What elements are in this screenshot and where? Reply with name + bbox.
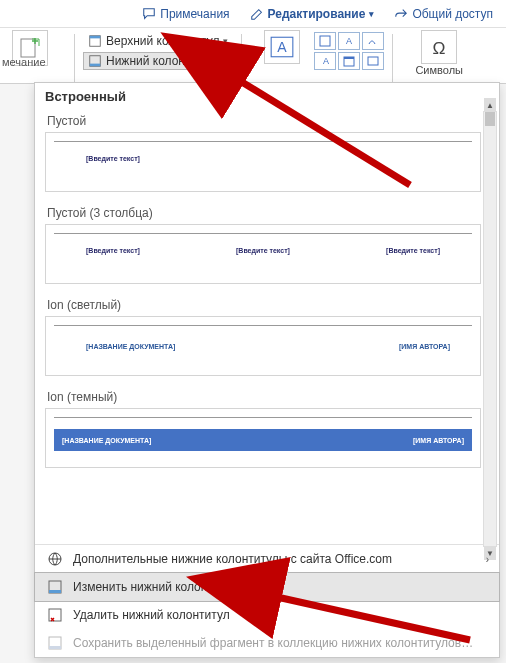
textbox-a-icon: A <box>269 34 295 60</box>
gallery-section-title: Встроенный <box>35 83 499 108</box>
preset-ion-light[interactable]: [НАЗВАНИЕ ДОКУМЕНТА] [ИМЯ АВТОРА] <box>45 316 481 376</box>
svg-rect-19 <box>49 646 61 649</box>
title-buttons-row: Примечания Редактирование ▾ Общий доступ <box>0 0 506 28</box>
header-footer-group: Верхний колонтитул ▾ Нижний колонтитул ▾ <box>83 32 233 70</box>
svg-rect-7 <box>320 36 330 46</box>
scroll-up-button[interactable]: ▲ <box>484 98 496 112</box>
grid-cell-6[interactable] <box>362 52 384 70</box>
comments-label: Примечания <box>160 7 229 21</box>
divider-line <box>54 141 472 142</box>
preset-title: Ion (темный) <box>47 390 481 404</box>
menu-label: Сохранить выделенный фрагмент в коллекци… <box>73 636 473 650</box>
preset-empty[interactable]: [Введите текст] <box>45 132 481 192</box>
dark-band: [НАЗВАНИЕ ДОКУМЕНТА] [ИМЯ АВТОРА] <box>54 429 472 451</box>
more-from-office-item[interactable]: Дополнительные нижние колонтитулы с сайт… <box>35 545 499 573</box>
chevron-down-icon: ▾ <box>369 9 374 19</box>
share-label: Общий доступ <box>412 7 493 21</box>
grid-cell-1[interactable] <box>314 32 336 50</box>
pencil-icon <box>250 7 264 21</box>
scroll-thumb[interactable] <box>485 112 495 126</box>
page-footer-icon <box>47 579 63 595</box>
svg-text:Ω: Ω <box>433 38 446 58</box>
ribbon-row: Верхний колонтитул ▾ Нижний колонтитул ▾… <box>0 28 506 84</box>
editing-mode-button[interactable]: Редактирование ▾ <box>243 4 382 24</box>
page-header-icon <box>88 34 102 48</box>
signature-icon <box>367 35 379 47</box>
dropcap-icon: A <box>319 55 331 67</box>
placeholder-text: [Введите текст] <box>86 247 140 254</box>
placeholder-text: [Введите текст] <box>386 247 440 254</box>
footer-dropdown-button[interactable]: Нижний колонтитул ▾ <box>83 52 233 70</box>
preset-title: Пустой <box>47 114 481 128</box>
placeholder-text: [ИМЯ АВТОРА] <box>399 343 450 350</box>
symbols-button[interactable]: Ω <box>421 30 457 64</box>
remove-footer-item[interactable]: Удалить нижний колонтитул <box>35 601 499 629</box>
placeholder-text: [ИМЯ АВТОРА] <box>413 437 464 444</box>
menu-label: Удалить нижний колонтитул <box>73 608 230 622</box>
header-label: Верхний колонтитул <box>106 34 219 48</box>
page-x-icon <box>47 607 63 623</box>
page-save-icon <box>47 635 63 651</box>
omega-icon: Ω <box>426 34 452 60</box>
placeholder-text: [НАЗВАНИЕ ДОКУМЕНТА] <box>62 437 151 444</box>
ribbon-divider <box>241 34 242 82</box>
object-icon <box>367 55 379 67</box>
comments-button[interactable]: Примечания <box>135 4 236 24</box>
preset-ion-dark[interactable]: [НАЗВАНИЕ ДОКУМЕНТА] [ИМЯ АВТОРА] <box>45 408 481 468</box>
save-to-gallery-item: Сохранить выделенный фрагмент в коллекци… <box>35 629 499 657</box>
svg-rect-0 <box>21 39 35 57</box>
divider-line <box>54 417 472 418</box>
chevron-down-icon: ▾ <box>220 56 225 66</box>
gallery-footer-menu: Дополнительные нижние колонтитулы с сайт… <box>35 544 499 657</box>
divider-line <box>54 325 472 326</box>
wordart-icon: A <box>343 35 355 47</box>
symbols-label: Символы <box>415 64 463 76</box>
grid-cell-3[interactable] <box>362 32 384 50</box>
svg-rect-2 <box>90 36 101 39</box>
placeholder-text: [Введите текст] <box>236 247 290 254</box>
chevron-right-icon: › <box>486 554 489 565</box>
grid-cell-4[interactable]: A <box>314 52 336 70</box>
placeholder-text: [НАЗВАНИЕ ДОКУМЕНТА] <box>86 343 175 350</box>
symbols-group: Ω Символы <box>415 30 463 76</box>
preset-three-cols[interactable]: [Введите текст] [Введите текст] [Введите… <box>45 224 481 284</box>
svg-rect-4 <box>90 64 101 67</box>
placeholder-text: [Введите текст] <box>86 155 140 162</box>
edit-footer-item[interactable]: Изменить нижний колонтитул <box>34 572 500 602</box>
svg-rect-11 <box>344 57 354 59</box>
menu-label: Дополнительные нижние колонтитулы с сайт… <box>73 552 392 566</box>
ribbon-group-label: мечание <box>2 56 46 68</box>
page-footer-icon <box>88 54 102 68</box>
globe-icon <box>47 551 63 567</box>
gallery-scrollbar[interactable]: ▲ ▼ <box>483 111 497 547</box>
textbox-group: A <box>264 30 300 64</box>
date-icon <box>343 55 355 67</box>
svg-rect-17 <box>49 609 61 621</box>
grid-cell-2[interactable]: A <box>338 32 360 50</box>
gallery-scroll-area: Пустой [Введите текст] Пустой (3 столбца… <box>35 108 499 544</box>
divider-line <box>54 233 472 234</box>
svg-rect-16 <box>49 590 61 593</box>
quickparts-icon <box>319 35 331 47</box>
chevron-down-icon: ▾ <box>223 36 228 46</box>
svg-text:A: A <box>323 56 329 66</box>
share-button[interactable]: Общий доступ <box>387 4 500 24</box>
share-icon <box>394 7 408 21</box>
preset-title: Ion (светлый) <box>47 298 481 312</box>
footer-gallery-panel: Встроенный Пустой [Введите текст] Пустой… <box>34 82 500 658</box>
svg-rect-12 <box>368 57 378 65</box>
menu-label: Изменить нижний колонтитул <box>73 580 238 594</box>
header-dropdown-button[interactable]: Верхний колонтитул ▾ <box>83 32 233 50</box>
editing-label: Редактирование <box>268 7 366 21</box>
ribbon-divider <box>392 34 393 82</box>
textbox-button[interactable]: A <box>264 30 300 64</box>
footer-label: Нижний колонтитул <box>106 54 216 68</box>
speech-bubble-icon <box>142 7 156 21</box>
grid-cell-5[interactable] <box>338 52 360 70</box>
svg-text:A: A <box>346 36 352 46</box>
preset-title: Пустой (3 столбца) <box>47 206 481 220</box>
ribbon-divider <box>74 34 75 82</box>
svg-text:A: A <box>278 39 288 55</box>
